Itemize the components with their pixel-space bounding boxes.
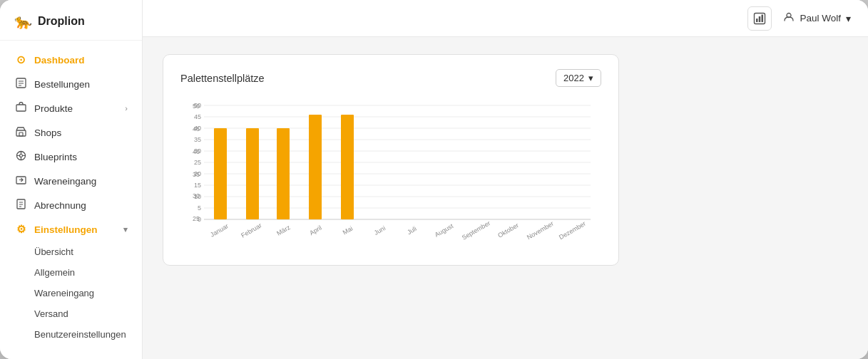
chevron-down-icon: ▾: [123, 225, 128, 234]
user-menu-chevron: ▾: [846, 13, 851, 24]
dashboard-icon: ⊙: [14, 53, 27, 66]
blueprints-icon: [14, 150, 27, 163]
svg-text:Juli: Juli: [406, 225, 418, 236]
bestellungen-icon: [14, 78, 27, 90]
svg-text:August: August: [434, 222, 455, 239]
sidebar-subitem-wareneingang[interactable]: Wareneingang: [0, 283, 142, 303]
bar-februar: [246, 128, 259, 219]
sidebar-logo: 🐆 Droplion: [0, 0, 142, 41]
sidebar-item-label: Bestellungen: [34, 79, 90, 90]
svg-rect-21: [762, 14, 764, 22]
abrechnung-icon: [14, 199, 27, 212]
svg-text:Oktober: Oktober: [496, 222, 520, 239]
svg-text:Mai: Mai: [342, 224, 354, 236]
reports-icon-button[interactable]: [747, 6, 772, 31]
bar-marz2: [309, 115, 322, 219]
sidebar-item-einstellungen[interactable]: ⚙ Einstellungen ▾: [0, 217, 142, 241]
svg-rect-6: [19, 132, 23, 136]
logo-text: Droplion: [38, 15, 85, 28]
year-select[interactable]: 2022 ▾: [556, 69, 601, 87]
sidebar-item-produkte[interactable]: Produkte ›: [0, 96, 142, 120]
svg-text:30: 30: [194, 147, 201, 155]
user-avatar-icon: [783, 11, 795, 26]
svg-rect-20: [759, 16, 761, 22]
svg-text:Januar: Januar: [209, 222, 230, 238]
svg-point-8: [19, 155, 22, 157]
sidebar-item-label: Blueprints: [34, 152, 77, 162]
svg-text:10: 10: [194, 193, 201, 200]
main-content: Paul Wolf ▾ Palettenstellplätze 2022 ▾: [143, 0, 868, 359]
content-area: Palettenstellplätze 2022 ▾ 50: [143, 37, 868, 359]
produkte-icon: [14, 102, 27, 115]
sidebar-item-label: Produkte: [34, 103, 73, 114]
bar-chart: 50 45 40 35 30 25: [180, 98, 601, 248]
svg-rect-19: [756, 19, 758, 22]
sidebar-item-abrechnung[interactable]: Abrechnung: [0, 193, 142, 217]
einstellungen-icon: ⚙: [14, 223, 27, 236]
bar-chart-wrapper: 50 45 40 35 30 25: [180, 98, 601, 248]
year-chevron-icon: ▾: [588, 73, 593, 83]
topbar: Paul Wolf ▾: [143, 0, 868, 37]
svg-text:0: 0: [198, 216, 201, 223]
svg-text:5: 5: [198, 204, 201, 212]
user-menu[interactable]: Paul Wolf ▾: [783, 11, 851, 26]
bar-marz1: [277, 128, 290, 219]
svg-text:40: 40: [194, 125, 201, 132]
sidebar-subitem-versand[interactable]: Versand: [0, 303, 142, 324]
svg-text:35: 35: [194, 136, 201, 143]
wareneingang-icon: [14, 175, 27, 187]
chevron-right-icon: ›: [125, 104, 128, 113]
svg-text:März: März: [275, 224, 292, 237]
sidebar-item-shops[interactable]: Shops: [0, 120, 142, 145]
sidebar-item-blueprints[interactable]: Blueprints: [0, 145, 142, 169]
svg-text:50: 50: [194, 102, 201, 109]
svg-rect-5: [16, 130, 26, 136]
sidebar-subitem-benutzereinstellungen[interactable]: Benutzereinstellungen: [0, 324, 142, 345]
sidebar-item-label: Dashboard: [34, 55, 85, 66]
chart-header: Palettenstellplätze 2022 ▾: [180, 69, 601, 87]
svg-text:November: November: [526, 220, 555, 241]
svg-rect-4: [16, 105, 26, 111]
sidebar-item-bestellungen[interactable]: Bestellungen: [0, 72, 142, 96]
svg-text:45: 45: [194, 113, 201, 120]
user-name: Paul Wolf: [800, 13, 841, 24]
sidebar-navigation: ⊙ Dashboard Bestellungen Produkte ›: [0, 41, 142, 352]
sidebar: 🐆 Droplion ⊙ Dashboard Bestellungen: [0, 0, 143, 359]
bar-januar: [214, 128, 227, 219]
sidebar-item-label: Einstellungen: [34, 224, 98, 235]
sidebar-item-wareneingang[interactable]: Wareneingang: [0, 169, 142, 193]
chart-title: Palettenstellplätze: [180, 73, 265, 84]
svg-text:Dezember: Dezember: [558, 220, 587, 241]
year-value: 2022: [563, 73, 584, 83]
svg-text:September: September: [461, 219, 491, 241]
sidebar-subitem-allgemein[interactable]: Allgemein: [0, 262, 142, 283]
bar-april: [341, 115, 354, 219]
sidebar-item-label: Shops: [34, 128, 61, 138]
chart-card: Palettenstellplätze 2022 ▾ 50: [163, 54, 619, 266]
sidebar-item-label: Wareneingang: [34, 176, 96, 187]
shops-icon: [14, 126, 27, 139]
sidebar-item-label: Abrechnung: [34, 200, 86, 211]
svg-text:25: 25: [194, 159, 201, 166]
logo-icon: 🐆: [14, 13, 32, 30]
svg-text:Juni: Juni: [373, 224, 387, 236]
svg-text:April: April: [308, 224, 323, 237]
sidebar-item-dashboard[interactable]: ⊙ Dashboard: [0, 48, 142, 72]
svg-text:Februar: Februar: [240, 222, 262, 239]
svg-text:15: 15: [194, 182, 201, 189]
svg-text:20: 20: [194, 170, 201, 177]
sidebar-subitem-ubersicht[interactable]: Übersicht: [0, 241, 142, 262]
